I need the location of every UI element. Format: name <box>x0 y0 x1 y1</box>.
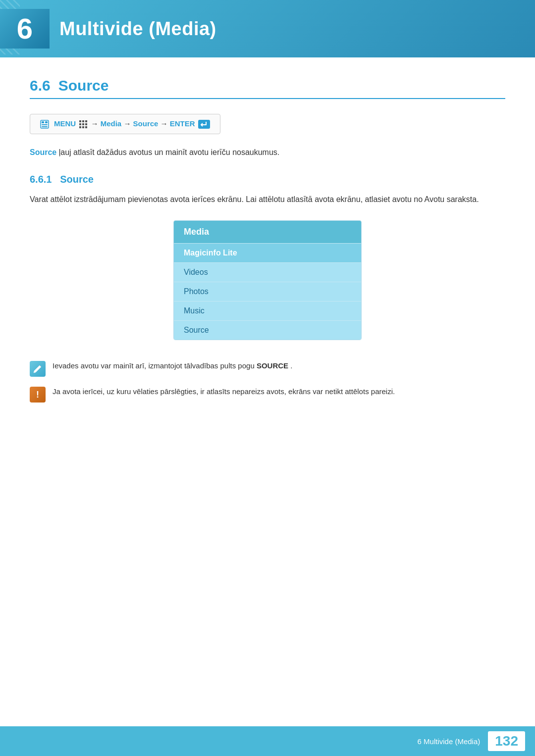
media-menu-item-videos[interactable]: Videos <box>174 262 361 282</box>
main-content: 6.6 Source MENU <box>0 77 535 403</box>
enter-key-icon <box>198 120 210 129</box>
section-number: 6.6 <box>30 77 51 94</box>
decorative-lines <box>0 0 20 756</box>
subsection-title: 6.6.1 Source <box>30 174 505 185</box>
section-title-text: Source <box>58 77 109 94</box>
svg-rect-4 <box>42 126 48 127</box>
media-menu-item-magicinfo[interactable]: Magicinfo Lite <box>174 243 361 262</box>
description-text: ļauj atlasīt dažādus avotus un mainīt av… <box>59 148 280 156</box>
note1-text-after: . <box>290 361 292 370</box>
media-menu-container: Media Magicinfo Lite Videos Photos Music… <box>30 220 505 340</box>
menu-source: Source <box>133 119 159 128</box>
arrow1: → <box>91 119 101 128</box>
svg-rect-2 <box>45 121 48 123</box>
note-pencil-box: Ievades avotu var mainīt arī, izmantojot… <box>30 360 505 377</box>
remote-icon <box>40 120 49 129</box>
arrow2: → <box>123 119 133 128</box>
svg-rect-11 <box>79 126 81 128</box>
media-menu-item-photos[interactable]: Photos <box>174 282 361 301</box>
subsection-description: Varat attēlot izstrādājumam pievienotas … <box>30 193 505 206</box>
note1-source-bold: SOURCE <box>257 361 288 370</box>
note-pencil-text: Ievades avotu var mainīt arī, izmantojot… <box>53 360 292 372</box>
description-highlight: Source <box>30 148 56 156</box>
chapter-number: 6 <box>17 14 33 43</box>
svg-rect-9 <box>82 123 84 125</box>
section-title: 6.6 Source <box>30 77 505 99</box>
note-warning-box: ! Ja avota ierīcei, uz kuru vēlaties pār… <box>30 386 505 403</box>
svg-rect-1 <box>42 121 44 123</box>
chapter-header: 6 Multivide (Media) <box>0 0 535 57</box>
pencil-icon <box>30 361 46 377</box>
subsection-title-text: Source <box>60 174 94 185</box>
menu-path-text: MENU → Media → Source → ENTER <box>54 119 210 129</box>
svg-rect-8 <box>79 123 81 125</box>
svg-rect-3 <box>42 124 48 125</box>
media-menu-header: Media <box>174 221 361 243</box>
svg-rect-12 <box>82 126 84 128</box>
chapter-number-box: 6 <box>0 9 50 49</box>
pencil-svg <box>33 364 43 374</box>
menu-label: MENU <box>54 119 76 128</box>
note-warning-text: Ja avota ierīcei, uz kuru vēlaties pārsl… <box>53 386 395 398</box>
menu-media: Media <box>101 119 122 128</box>
menu-path-box: MENU → Media → Source → ENTER <box>30 114 220 134</box>
svg-rect-7 <box>85 120 87 122</box>
media-menu-item-music[interactable]: Music <box>174 301 361 320</box>
footer-page: 132 <box>488 731 525 751</box>
section-description: Source ļauj atlasīt dažādus avotus un ma… <box>30 146 505 159</box>
arrow3: → <box>160 119 170 128</box>
svg-rect-6 <box>82 120 84 122</box>
chapter-title: Multivide (Media) <box>59 18 216 40</box>
svg-rect-10 <box>85 123 87 125</box>
menu-enter: ENTER <box>170 119 195 128</box>
subsection-number: 6.6.1 <box>30 174 52 185</box>
svg-rect-5 <box>79 120 81 122</box>
media-menu: Media Magicinfo Lite Videos Photos Music… <box>173 220 362 340</box>
footer-text: 6 Multivide (Media) <box>418 737 481 746</box>
footer: 6 Multivide (Media) 132 <box>0 726 535 756</box>
grid-icon <box>79 120 88 129</box>
svg-rect-13 <box>85 126 87 128</box>
media-menu-item-source[interactable]: Source <box>174 320 361 340</box>
note1-text-before: Ievades avotu var mainīt arī, izmantojot… <box>53 361 257 370</box>
warning-icon: ! <box>30 387 46 403</box>
